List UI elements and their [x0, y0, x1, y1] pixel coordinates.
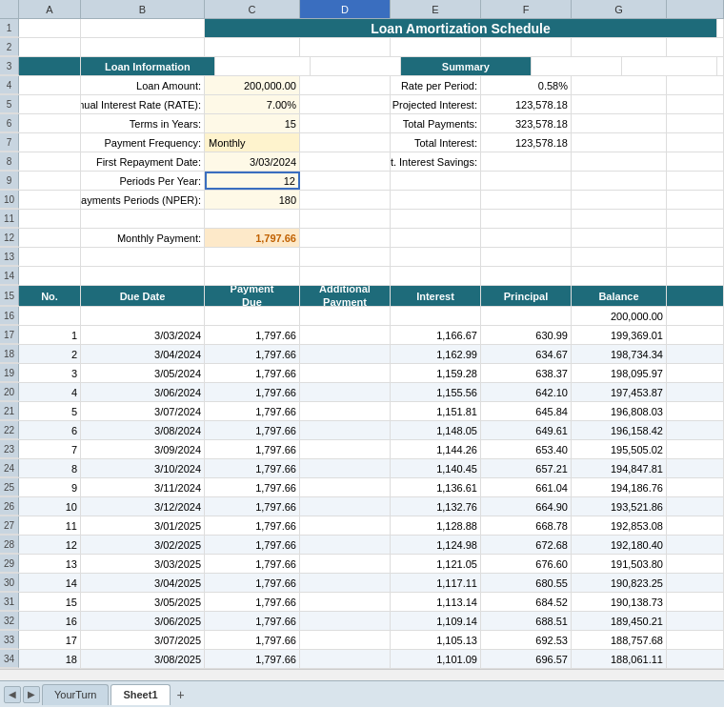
cell-principal-30[interactable]: 680.55: [481, 574, 572, 592]
cell-balance-29[interactable]: 191,503.80: [572, 555, 667, 573]
cell-e12[interactable]: [391, 229, 481, 247]
cell-b2[interactable]: [81, 38, 205, 56]
cell-payment-32[interactable]: 1,797.66: [205, 612, 300, 630]
cell-balance-23[interactable]: 195,505.02: [572, 440, 667, 458]
cell-additional-26[interactable]: [300, 497, 391, 516]
cell-additional-19[interactable]: [300, 364, 391, 382]
cell-payment-34[interactable]: 1,797.66: [205, 650, 300, 668]
cell-balance-30[interactable]: 190,823.25: [572, 574, 667, 592]
cell-principal-17[interactable]: 630.99: [481, 326, 572, 344]
cell-g9[interactable]: [572, 172, 667, 190]
cell-c16[interactable]: [205, 307, 300, 325]
cell-interest-25[interactable]: 1,136.61: [391, 478, 481, 496]
cell-date-29[interactable]: 3/03/2025: [81, 555, 205, 573]
cell-b16[interactable]: [81, 307, 205, 325]
cell-no-17[interactable]: 1: [19, 326, 81, 344]
cell-interest-17[interactable]: 1,166.67: [391, 326, 481, 344]
cell-date-27[interactable]: 3/01/2025: [81, 516, 205, 535]
nper-value[interactable]: 180: [205, 191, 300, 209]
cell-c13[interactable]: [205, 248, 300, 266]
cell-interest-29[interactable]: 1,121.05: [391, 555, 481, 573]
cell-no-25[interactable]: 9: [19, 478, 81, 496]
cell-d12[interactable]: [300, 229, 391, 247]
cell-f9[interactable]: [481, 172, 572, 190]
cell-no-33[interactable]: 17: [19, 631, 81, 649]
cell-additional-28[interactable]: [300, 536, 391, 554]
rate-value[interactable]: 7.00%: [205, 95, 300, 113]
cell-date-17[interactable]: 3/03/2024: [81, 326, 205, 344]
cell-balance-17[interactable]: 199,369.01: [572, 326, 667, 344]
cell-g7[interactable]: [572, 133, 667, 152]
cell-additional-17[interactable]: [300, 326, 391, 344]
cell-payment-19[interactable]: 1,797.66: [205, 364, 300, 382]
cell-additional-33[interactable]: [300, 631, 391, 649]
cell-g12[interactable]: [572, 229, 667, 247]
cell-e9[interactable]: [391, 172, 481, 190]
cell-d9[interactable]: [300, 172, 391, 190]
cell-interest-22[interactable]: 1,148.05: [391, 421, 481, 439]
freq-value[interactable]: Monthly: [205, 133, 300, 152]
cell-b11[interactable]: [81, 210, 205, 228]
cell-d13[interactable]: [300, 248, 391, 266]
cell-f3[interactable]: [532, 57, 622, 75]
cell-balance-27[interactable]: 192,853.08: [572, 516, 667, 535]
cell-date-20[interactable]: 3/06/2024: [81, 383, 205, 401]
cell-f16[interactable]: [481, 307, 572, 325]
cell-g2[interactable]: [572, 38, 667, 56]
cell-principal-32[interactable]: 688.51: [481, 612, 572, 630]
cell-interest-28[interactable]: 1,124.98: [391, 536, 481, 554]
cell-no-23[interactable]: 7: [19, 440, 81, 458]
cell-additional-30[interactable]: [300, 574, 391, 592]
cell-no-28[interactable]: 12: [19, 536, 81, 554]
cell-date-18[interactable]: 3/04/2024: [81, 345, 205, 363]
cell-g11[interactable]: [572, 210, 667, 228]
cell-date-25[interactable]: 3/11/2024: [81, 478, 205, 496]
cell-d10[interactable]: [300, 191, 391, 209]
cell-a14[interactable]: [19, 267, 81, 285]
cell-interest-20[interactable]: 1,155.56: [391, 383, 481, 401]
cell-payment-28[interactable]: 1,797.66: [205, 536, 300, 554]
cell-b1[interactable]: [81, 19, 205, 37]
cell-principal-21[interactable]: 645.84: [481, 402, 572, 420]
cell-no-20[interactable]: 4: [19, 383, 81, 401]
cell-additional-21[interactable]: [300, 402, 391, 420]
cell-additional-22[interactable]: [300, 421, 391, 439]
cell-payment-18[interactable]: 1,797.66: [205, 345, 300, 363]
cell-b14[interactable]: [81, 267, 205, 285]
cell-d8[interactable]: [300, 152, 391, 171]
cell-d5[interactable]: [300, 95, 391, 113]
cell-c2[interactable]: [205, 38, 300, 56]
cell-principal-22[interactable]: 649.61: [481, 421, 572, 439]
cell-principal-34[interactable]: 696.57: [481, 650, 572, 668]
tab-next[interactable]: ▶: [23, 686, 40, 703]
cell-principal-33[interactable]: 692.53: [481, 631, 572, 649]
cell-g4[interactable]: [572, 76, 667, 94]
cell-additional-24[interactable]: [300, 459, 391, 477]
cell-interest-30[interactable]: 1,117.11: [391, 574, 481, 592]
cell-interest-18[interactable]: 1,162.99: [391, 345, 481, 363]
cell-balance-28[interactable]: 192,180.40: [572, 536, 667, 554]
cell-date-23[interactable]: 3/09/2024: [81, 440, 205, 458]
cell-principal-24[interactable]: 657.21: [481, 459, 572, 477]
cell-no-32[interactable]: 16: [19, 612, 81, 630]
cell-balance-25[interactable]: 194,186.76: [572, 478, 667, 496]
cell-d14[interactable]: [300, 267, 391, 285]
cell-f10[interactable]: [481, 191, 572, 209]
cell-date-33[interactable]: 3/07/2025: [81, 631, 205, 649]
cell-date-21[interactable]: 3/07/2024: [81, 402, 205, 420]
cell-date-24[interactable]: 3/10/2024: [81, 459, 205, 477]
cell-f14[interactable]: [481, 267, 572, 285]
cell-e2[interactable]: [391, 38, 481, 56]
cell-interest-21[interactable]: 1,151.81: [391, 402, 481, 420]
cell-principal-31[interactable]: 684.52: [481, 593, 572, 611]
cell-payment-20[interactable]: 1,797.66: [205, 383, 300, 401]
cell-principal-26[interactable]: 664.90: [481, 497, 572, 516]
cell-interest-33[interactable]: 1,105.13: [391, 631, 481, 649]
cell-balance-18[interactable]: 198,734.34: [572, 345, 667, 363]
cell-no-21[interactable]: 5: [19, 402, 81, 420]
cell-additional-32[interactable]: [300, 612, 391, 630]
first-date-value[interactable]: 3/03/2024: [205, 152, 300, 171]
cell-d6[interactable]: [300, 114, 391, 132]
terms-value[interactable]: 15: [205, 114, 300, 132]
cell-e16[interactable]: [391, 307, 481, 325]
